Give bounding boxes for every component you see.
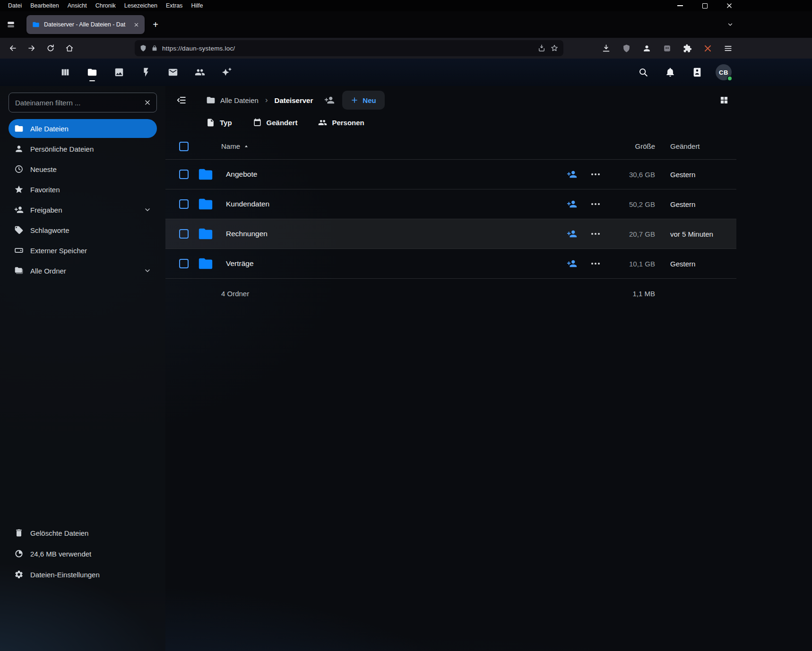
save-page-icon[interactable] — [537, 44, 546, 52]
app-activity-icon[interactable] — [138, 64, 155, 81]
extension-x-icon[interactable] — [700, 40, 716, 56]
downloads-icon[interactable] — [598, 40, 614, 56]
user-avatar[interactable]: CB — [716, 64, 732, 80]
breadcrumb-root[interactable]: Alle Dateien — [220, 96, 259, 104]
table-row-kundendaten[interactable]: Kundendaten 50,2 GB Gestern — [165, 189, 736, 219]
sidebar-item-quota[interactable]: 24,6 MB verwendet — [9, 544, 157, 563]
grid-view-toggle-icon[interactable] — [716, 92, 733, 109]
file-name[interactable]: Verträge — [225, 259, 561, 268]
userscript-extension-icon[interactable] — [659, 40, 675, 56]
menu-bearbeiten[interactable]: Bearbeiten — [26, 0, 63, 11]
menu-hilfe[interactable]: Hilfe — [187, 0, 207, 11]
sort-ascending-icon — [243, 144, 249, 149]
menu-extras[interactable]: Extras — [162, 0, 187, 11]
select-all-checkbox[interactable] — [179, 142, 189, 151]
share-icon[interactable] — [567, 199, 577, 209]
file-name[interactable]: Rechnungen — [225, 230, 561, 238]
menu-datei[interactable]: Datei — [4, 0, 26, 11]
forward-button[interactable] — [24, 40, 40, 56]
chip-label: Geändert — [267, 119, 298, 127]
more-actions-icon[interactable] — [595, 233, 596, 235]
sidebar-item-externer-speicher[interactable]: Externer Speicher — [9, 241, 157, 260]
sidebar-item-freigaben[interactable]: Freigaben — [9, 200, 157, 219]
column-header-size[interactable]: Größe — [635, 142, 665, 150]
minimize-button[interactable] — [675, 1, 685, 10]
chevron-down-icon[interactable] — [144, 267, 151, 274]
file-name[interactable]: Kundendaten — [225, 200, 561, 208]
plus-icon — [351, 96, 358, 104]
url-text[interactable]: https://daun-systems.loc/ — [162, 45, 533, 52]
bookmark-star-icon[interactable] — [550, 44, 559, 52]
sidebar-item-schlagworte[interactable]: Schlagworte — [9, 221, 157, 240]
row-checkbox[interactable] — [179, 259, 189, 268]
close-window-button[interactable] — [725, 1, 734, 10]
tab-close-icon[interactable] — [131, 20, 141, 29]
adblock-extension-icon[interactable] — [618, 40, 634, 56]
menu-chronik[interactable]: Chronik — [91, 0, 120, 11]
menu-icon[interactable] — [720, 40, 736, 56]
share-icon[interactable] — [567, 258, 577, 269]
breadcrumb-share-icon[interactable] — [324, 95, 335, 105]
app-photos-icon[interactable] — [111, 64, 128, 81]
sidebar-item-persoenliche-dateien[interactable]: Persönliche Dateien — [9, 139, 157, 158]
column-header-name[interactable]: Name — [195, 142, 561, 150]
extensions-icon[interactable] — [679, 40, 695, 56]
filter-chip-typ[interactable]: Typ — [206, 118, 232, 127]
menu-ansicht[interactable]: Ansicht — [63, 0, 91, 11]
sidebar-item-geloeschte-dateien[interactable]: Gelöschte Dateien — [9, 523, 157, 542]
column-header-modified[interactable]: Geändert — [665, 142, 736, 150]
nextcloud-header: CB — [0, 59, 812, 86]
reload-button[interactable] — [43, 40, 59, 56]
firefox-view-icon[interactable] — [4, 17, 18, 32]
clear-filter-icon[interactable] — [138, 93, 156, 112]
list-all-tabs-icon[interactable] — [723, 17, 737, 32]
https-lock-icon[interactable] — [151, 45, 158, 51]
header-name-label: Name — [221, 142, 240, 150]
new-tab-button[interactable]: + — [148, 17, 163, 32]
sidebar-item-alle-ordner[interactable]: Alle Ordner — [9, 261, 157, 280]
chip-label: Personen — [332, 119, 364, 127]
table-row-vertraege[interactable]: Verträge 10,1 GB Gestern — [165, 249, 736, 279]
share-icon[interactable] — [567, 169, 577, 180]
filter-chip-geaendert[interactable]: Geändert — [253, 118, 298, 127]
app-files-icon[interactable] — [84, 64, 101, 81]
trash-icon — [14, 528, 24, 538]
notifications-bell-icon[interactable] — [662, 64, 679, 81]
app-contacts-icon[interactable] — [191, 64, 208, 81]
app-dashboard-icon[interactable] — [57, 64, 74, 81]
sidebar-item-alle-dateien[interactable]: Alle Dateien — [9, 119, 157, 138]
sidebar-item-neueste[interactable]: Neueste — [9, 160, 157, 179]
table-row-angebote[interactable]: Angebote 30,6 GB Gestern — [165, 160, 736, 189]
row-checkbox[interactable] — [179, 229, 189, 239]
filter-chip-personen[interactable]: Personen — [318, 118, 364, 127]
maximize-button[interactable] — [700, 1, 709, 10]
table-row-rechnungen[interactable]: Rechnungen 20,7 GB vor 5 Minuten — [165, 219, 736, 249]
chevron-down-icon[interactable] — [144, 206, 151, 214]
breadcrumb-current[interactable]: Dateiserver — [275, 96, 313, 104]
sidebar-item-favoriten[interactable]: Favoriten — [9, 180, 157, 199]
app-mail-icon[interactable] — [164, 64, 181, 81]
tracking-shield-icon[interactable] — [139, 44, 147, 52]
row-checkbox[interactable] — [179, 170, 189, 179]
collapse-sidebar-icon[interactable] — [173, 92, 190, 109]
contacts-book-icon[interactable] — [689, 64, 706, 81]
more-actions-icon[interactable] — [595, 203, 596, 205]
home-button[interactable] — [61, 40, 78, 56]
breadcrumb-folder-icon[interactable] — [206, 95, 216, 105]
search-icon[interactable] — [635, 64, 652, 81]
filename-filter-input[interactable] — [9, 99, 138, 107]
sidebar-item-dateien-einstellungen[interactable]: Dateien-Einstellungen — [9, 565, 157, 584]
menu-lesezeichen[interactable]: Lesezeichen — [120, 0, 162, 11]
share-icon[interactable] — [567, 229, 577, 239]
active-tab[interactable]: Dateiserver - Alle Dateien - Dat — [26, 15, 145, 34]
account-icon[interactable] — [639, 40, 655, 56]
more-actions-icon[interactable] — [595, 263, 596, 265]
file-size: 50,2 GB — [629, 200, 665, 208]
back-button[interactable] — [5, 40, 21, 56]
more-actions-icon[interactable] — [595, 173, 596, 175]
row-checkbox[interactable] — [179, 199, 189, 209]
file-name[interactable]: Angebote — [225, 170, 561, 179]
new-button[interactable]: Neu — [342, 91, 384, 110]
app-assistant-icon[interactable] — [218, 64, 235, 81]
url-bar[interactable]: https://daun-systems.loc/ — [135, 40, 563, 56]
